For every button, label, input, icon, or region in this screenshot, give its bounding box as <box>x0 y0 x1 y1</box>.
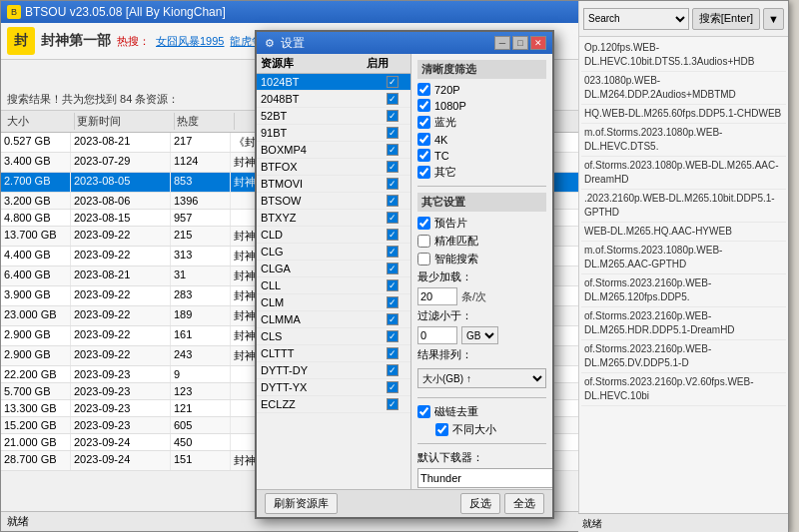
dialog-minimize-button[interactable]: ─ <box>494 36 510 50</box>
clarity-1080p-checkbox[interactable] <box>417 99 430 112</box>
cell-date: 2023-08-06 <box>71 193 171 209</box>
filter-unit-select[interactable]: GB <box>461 326 498 344</box>
clarity-tc-checkbox[interactable] <box>417 149 430 162</box>
smart-search-checkbox[interactable] <box>417 253 430 266</box>
cell-heat: 189 <box>171 306 231 325</box>
resource-checkbox[interactable] <box>387 110 399 122</box>
resource-checkbox[interactable] <box>387 279 399 291</box>
resource-checkbox[interactable] <box>387 330 399 342</box>
list-item[interactable]: of.Storms.2023.2160p.WEB-DL.M265.HDR.DDP… <box>581 307 786 340</box>
resource-checkbox[interactable] <box>387 76 399 88</box>
resource-item[interactable]: CLM <box>257 294 410 311</box>
clarity-other-checkbox[interactable] <box>417 166 430 179</box>
resource-item[interactable]: CLD <box>257 227 410 244</box>
resource-checkbox[interactable] <box>387 127 399 139</box>
clarity-bluray-checkbox[interactable] <box>417 116 430 129</box>
list-item[interactable]: of.Storms.2023.2160p.V2.60fps.WEB-DL.HEV… <box>581 373 786 406</box>
right-search-select[interactable]: Search <box>583 8 689 30</box>
magnet-dedup-checkbox[interactable] <box>417 405 430 418</box>
resource-item[interactable]: 2048BT <box>257 91 410 108</box>
magnet-dedup-row: 磁链去重 <box>417 404 546 419</box>
resource-item[interactable]: 52BT <box>257 108 410 125</box>
resource-name: CLD <box>261 229 379 241</box>
refresh-resources-button[interactable]: 刷新资源库 <box>265 493 338 514</box>
list-item[interactable]: m.of.Storms.2023.1080p.WEB-DL.HEVC.DTS5. <box>581 124 786 157</box>
list-item[interactable]: m.of.Storms.2023.1080p.WEB-DL.M265.AAC-G… <box>581 242 786 274</box>
resource-checkbox[interactable] <box>387 195 399 207</box>
resource-checkbox[interactable] <box>387 229 399 241</box>
resource-item[interactable]: CLS <box>257 328 410 345</box>
resource-checkbox[interactable] <box>387 313 399 325</box>
resource-item[interactable]: BTSOW <box>257 193 410 210</box>
resource-item[interactable]: DYTT-DY <box>257 362 410 379</box>
right-list[interactable]: Op.120fps.WEB-DL.HEVC.10bit.DTS5.1.3Audi… <box>579 37 788 513</box>
movie-title: 封神第一部 <box>41 32 111 50</box>
resource-list[interactable]: 1024BT 2048BT 52BT <box>257 74 410 489</box>
resource-checkbox[interactable] <box>387 347 399 359</box>
cell-heat: 121 <box>171 400 231 416</box>
dialog-close-button[interactable]: ✕ <box>530 36 546 50</box>
resource-item[interactable]: CLG <box>257 244 410 261</box>
precise-match-row: 精准匹配 <box>417 234 546 249</box>
right-search-button[interactable]: 搜索[Enter] <box>692 8 760 30</box>
resource-checkbox-cell <box>379 313 406 325</box>
select-all-button[interactable]: 全选 <box>504 493 544 514</box>
resource-checkbox[interactable] <box>387 246 399 258</box>
resource-checkbox[interactable] <box>387 381 399 393</box>
resource-item[interactable]: 91BT <box>257 125 410 142</box>
list-item[interactable]: Op.120fps.WEB-DL.HEVC.10bit.DTS5.1.3Audi… <box>581 39 786 72</box>
resource-checkbox[interactable] <box>387 398 399 410</box>
resource-item[interactable]: 1024BT <box>257 74 410 91</box>
resource-item[interactable]: BTMOVI <box>257 176 410 193</box>
precise-match-checkbox[interactable] <box>417 235 430 248</box>
list-item[interactable]: of.Storms.2023.2160p.WEB-DL.M265.120fps.… <box>581 274 786 307</box>
right-status-text: 就绪 <box>582 517 602 531</box>
diff-size-checkbox[interactable] <box>435 423 448 436</box>
sort-select[interactable]: 大小(GB) ↑ <box>417 368 546 388</box>
list-item[interactable]: .2023.2160p.WEB-DL.M265.10bit.DDP5.1-GPT… <box>581 190 786 223</box>
right-options-button[interactable]: ▼ <box>763 8 784 30</box>
resource-item[interactable]: BOXMP4 <box>257 142 410 159</box>
hot-link-1[interactable]: 女囧风暴1995 <box>156 34 224 49</box>
clarity-720p-checkbox[interactable] <box>417 83 430 96</box>
resource-item[interactable]: DYTT-YX <box>257 379 410 396</box>
resource-item[interactable]: CLMMA <box>257 311 410 328</box>
list-item[interactable]: of.Storms.2023.1080p.WEB-DL.M265.AAC-Dre… <box>581 157 786 190</box>
resource-item[interactable]: CLTTT <box>257 345 410 362</box>
resource-name: BOXMP4 <box>261 144 379 156</box>
resource-checkbox[interactable] <box>387 263 399 274</box>
resource-checkbox[interactable] <box>387 364 399 376</box>
resource-item[interactable]: BTFOX <box>257 159 410 176</box>
list-item[interactable]: 023.1080p.WEB-DL.M264.DDP.2Audios+MDBTMD <box>581 72 786 105</box>
resource-name: CLM <box>261 296 379 308</box>
min-load-input[interactable] <box>417 287 457 305</box>
cell-heat: 151 <box>171 451 231 470</box>
resource-checkbox[interactable] <box>387 161 399 173</box>
clarity-4k-checkbox[interactable] <box>417 133 430 146</box>
list-item[interactable]: of.Storms.2023.2160p.WEB-DL.M265.DV.DDP5… <box>581 340 786 373</box>
dialog-maximize-button[interactable]: □ <box>512 36 528 50</box>
col-date[interactable]: 更新时间 <box>75 113 175 130</box>
resource-item[interactable]: ECLZZ <box>257 396 410 413</box>
smart-search-row: 智能搜索 <box>417 252 546 266</box>
resource-checkbox[interactable] <box>387 144 399 156</box>
cell-date: 2023-09-23 <box>71 417 171 433</box>
resource-checkbox[interactable] <box>387 212 399 224</box>
resource-checkbox[interactable] <box>387 178 399 190</box>
restore-button[interactable]: 反选 <box>460 493 500 514</box>
cell-date: 2023-09-24 <box>71 451 171 470</box>
resource-checkbox[interactable] <box>387 296 399 308</box>
list-item[interactable]: HQ.WEB-DL.M265.60fps.DDP5.1-CHDWEB <box>581 105 786 124</box>
cell-heat: 283 <box>171 286 231 305</box>
resource-item[interactable]: CLL <box>257 277 410 294</box>
right-status: 就绪 <box>578 513 788 532</box>
list-item[interactable]: WEB-DL.M265.HQ.AAC-HYWEB <box>581 223 786 242</box>
trailer-checkbox[interactable] <box>417 217 430 230</box>
resource-item[interactable]: CLGA <box>257 261 410 277</box>
col-size[interactable]: 大小 <box>5 113 75 130</box>
resource-item[interactable]: BTXYZ <box>257 210 410 227</box>
col-heat[interactable]: 热度 <box>175 113 235 130</box>
downloader-input[interactable] <box>417 468 552 488</box>
resource-checkbox[interactable] <box>387 93 399 105</box>
filter-input[interactable] <box>417 326 457 344</box>
